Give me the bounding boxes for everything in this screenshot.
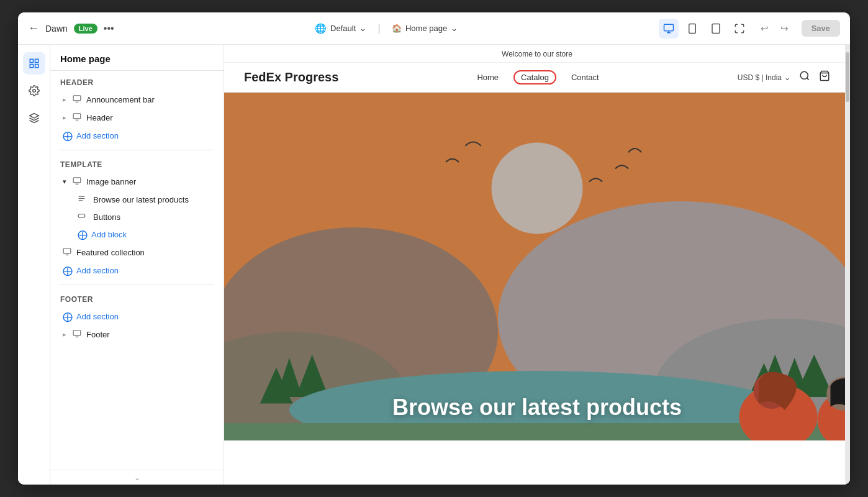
page-title: Home page: [60, 53, 111, 64]
svg-rect-14: [73, 178, 81, 183]
chevron-right-icon2: ▸: [63, 114, 66, 122]
preview-scrollbar-thumb: [846, 52, 849, 102]
svg-rect-6: [30, 65, 33, 68]
mobile-edit-view-btn[interactable]: [659, 19, 679, 39]
sidebar-scroll-down[interactable]: ⌄: [50, 470, 224, 485]
svg-marker-9: [29, 114, 38, 119]
sidebar-scroll[interactable]: Header ▸ Announcement bar ▸: [50, 71, 224, 470]
svg-point-24: [800, 71, 808, 79]
cart-icon[interactable]: [819, 70, 830, 84]
chevron-right-icon3: ▸: [63, 331, 66, 339]
featured-collection-label: Featured collection: [76, 248, 145, 257]
divider-2: [60, 285, 214, 285]
footer-item[interactable]: ▸ Footer: [60, 326, 214, 344]
tablet-view-btn[interactable]: [706, 19, 726, 39]
top-bar-left: ← Dawn Live •••: [28, 22, 114, 35]
currency-chevron-icon: ⌄: [784, 73, 790, 82]
save-button[interactable]: Save: [802, 20, 840, 37]
live-badge: Live: [74, 24, 97, 34]
nav-catalog-link[interactable]: Catalog: [513, 70, 556, 84]
buttons-icon: [78, 212, 86, 222]
home-page-label: Home page: [405, 24, 447, 33]
svg-rect-19: [78, 214, 85, 217]
svg-rect-20: [63, 248, 71, 253]
main-area: Home page Header ▸ Announcement bar: [18, 45, 850, 485]
chevron-right-icon: ▸: [63, 96, 66, 104]
header-item-icon: [73, 112, 81, 123]
search-icon[interactable]: [799, 70, 810, 84]
svg-rect-4: [30, 59, 33, 62]
store-nav: FedEx Progress Home Catalog Contact USD …: [224, 63, 850, 93]
add-icon-1: ⨁: [63, 130, 73, 142]
full-view-btn[interactable]: [730, 19, 749, 39]
add-block-btn[interactable]: ⨁ Add block: [60, 226, 214, 244]
nav-contact-link[interactable]: Contact: [571, 73, 599, 82]
header-section-group: Header ▸ Announcement bar ▸: [50, 71, 224, 147]
svg-rect-7: [35, 65, 38, 68]
footer-label: Footer: [86, 330, 110, 339]
svg-rect-0: [664, 24, 673, 31]
svg-rect-22: [73, 331, 81, 335]
preview-scrollbar[interactable]: [845, 45, 850, 485]
image-banner-icon: [73, 176, 81, 187]
svg-rect-2: [712, 24, 720, 33]
nav-home-link[interactable]: Home: [477, 73, 499, 82]
image-banner-item[interactable]: ▾ Image banner: [60, 173, 214, 191]
svg-point-8: [32, 89, 35, 93]
homepage-dropdown[interactable]: 🏠 Home page ⌄: [386, 21, 464, 35]
components-icon-btn[interactable]: [23, 107, 45, 129]
featured-collection-item[interactable]: Featured collection: [60, 244, 214, 262]
sidebar-icon-strip: [18, 45, 50, 485]
editor-window: ← Dawn Live ••• 🌐 Default ⌄ | 🏠 Home pag…: [18, 12, 850, 485]
add-section-footer-label: Add section: [76, 312, 119, 321]
undo-redo-group: ↩ ↪: [756, 19, 794, 38]
footer-icon: [73, 329, 81, 340]
footer-section-group: Footer ⨁ Add section ▸ Footer: [50, 288, 224, 346]
announcement-text: Welcome to our store: [502, 50, 572, 58]
announcement-bar-item[interactable]: ▸ Announcement bar: [60, 91, 214, 109]
browse-latest-products-item[interactable]: Browse our latest products: [60, 191, 214, 208]
sidebar-panel: Home page Header ▸ Announcement bar: [50, 45, 224, 485]
more-options-icon[interactable]: •••: [104, 23, 114, 34]
undo-button[interactable]: ↩: [756, 19, 774, 38]
separator: |: [377, 22, 381, 35]
store-banner: Browse our latest products: [224, 93, 850, 440]
add-section-template-label: Add section: [76, 266, 119, 275]
default-chevron-icon: ⌄: [359, 24, 366, 33]
image-banner-label: Image banner: [86, 177, 136, 186]
buttons-item[interactable]: Buttons: [60, 208, 214, 226]
store-nav-links: Home Catalog Contact: [477, 70, 599, 84]
chevron-down-icon: ▾: [63, 178, 66, 186]
sidebar-panel-title: Home page: [50, 45, 224, 71]
svg-rect-12: [73, 114, 81, 119]
homepage-chevron-icon: ⌄: [451, 24, 458, 33]
add-section-template-btn[interactable]: ⨁ Add section: [60, 262, 214, 280]
add-icon-4: ⨁: [63, 311, 73, 322]
default-dropdown[interactable]: 🌐 Default ⌄: [309, 21, 373, 37]
settings-icon-btn[interactable]: [23, 80, 45, 102]
sections-icon-btn[interactable]: [23, 52, 45, 75]
desktop-view-btn[interactable]: [682, 19, 702, 39]
add-section-footer-btn[interactable]: ⨁ Add section: [60, 308, 214, 326]
store-logo: FedEx Progress: [244, 70, 338, 84]
divider-1: [60, 150, 214, 150]
redo-button[interactable]: ↪: [775, 19, 794, 38]
svg-rect-10: [73, 96, 81, 101]
top-bar-right: ↩ ↪ Save: [659, 19, 840, 39]
add-section-header-btn[interactable]: ⨁ Add section: [60, 127, 214, 145]
svg-point-28: [492, 143, 583, 234]
store-nav-right: USD $ | India ⌄: [738, 70, 830, 84]
add-icon-3: ⨁: [63, 265, 73, 276]
text-block-icon: [78, 194, 86, 204]
back-icon[interactable]: ←: [28, 22, 39, 35]
featured-collection-icon: [63, 247, 71, 258]
template-section-label: Template: [60, 160, 214, 169]
banner-text: Browse our latest products: [392, 394, 682, 421]
add-section-header-label: Add section: [76, 131, 119, 140]
theme-name: Dawn: [45, 24, 68, 34]
footer-section-label: Footer: [60, 295, 214, 304]
header-label: Header: [86, 113, 113, 122]
home-icon: 🏠: [392, 24, 402, 33]
header-item[interactable]: ▸ Header: [60, 109, 214, 127]
currency-selector[interactable]: USD $ | India ⌄: [738, 73, 790, 82]
